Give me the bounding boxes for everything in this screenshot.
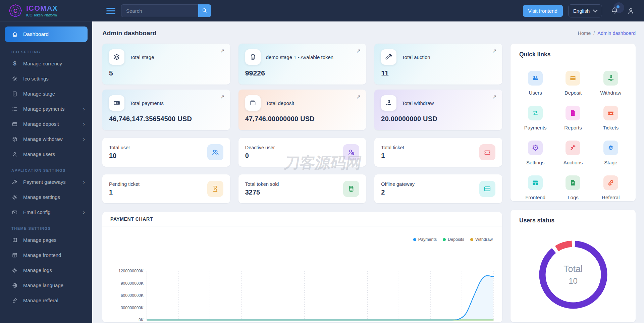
stat-label: Total token sold (245, 181, 279, 187)
stat-card-total-stage[interactable]: Total stage ↗ 5 (102, 44, 230, 85)
donut-total-value: 10 (569, 276, 578, 286)
document-icon (11, 91, 18, 97)
arrow-up-right-icon[interactable]: ↗ (492, 94, 497, 100)
sidebar-item-manage-deposit[interactable]: Manage deposit › (0, 116, 92, 131)
gear-icon: ⚙ (528, 141, 543, 155)
stat-card-total-auction[interactable]: Total auction ↗ 11 (374, 44, 502, 85)
visit-frontend-button[interactable]: Visit frontend (523, 5, 563, 17)
menu-toggle-icon[interactable] (106, 6, 115, 16)
dollar-icon: $ (11, 60, 18, 67)
layers-icon (109, 49, 124, 65)
stat-card-total-user[interactable]: Total user 10 (102, 138, 230, 167)
arrow-up-right-icon[interactable]: ↗ (220, 48, 224, 54)
chevron-right-icon: › (83, 106, 85, 112)
mail-icon (11, 209, 18, 216)
svg-text:1200000000K: 1200000000K (118, 269, 144, 273)
coins-icon (343, 181, 359, 197)
quick-link-reports[interactable]: Reports (554, 106, 592, 130)
sidebar-item-manage-stage[interactable]: Manage stage (0, 86, 92, 101)
wrench-icon (11, 179, 18, 185)
stat-label: demo stage 1 - Avaiable token (266, 54, 334, 60)
quick-link-withdraw[interactable]: Withdraw (592, 71, 630, 96)
stat-value: 20.00000000 USD (381, 115, 495, 123)
quick-link-deposit[interactable]: Deposit (554, 71, 592, 96)
legend-item-payments[interactable]: Payments (413, 237, 437, 242)
legend-item-deposits[interactable]: Deposits (443, 237, 464, 242)
stat-card-total-token-sold[interactable]: Total token sold 3275 (238, 174, 366, 203)
sidebar-item-payment-gateways[interactable]: Payment gateways › (0, 174, 92, 190)
sidebar-item-manage-frontend[interactable]: Manage frontend (0, 248, 92, 263)
profile-button[interactable] (627, 7, 635, 15)
sidebar-item-manage-settings[interactable]: Manage settings (0, 190, 92, 205)
svg-text:C: C (13, 8, 17, 14)
breadcrumb-home[interactable]: Home (578, 31, 591, 36)
quick-link-stage[interactable]: Stage (592, 141, 630, 165)
stat-card-offline-gateway[interactable]: Offline gateway 2 (374, 174, 502, 203)
quick-links-panel: Quick links Users (511, 44, 636, 201)
stat-card-deactive-user[interactable]: Deactive user 0 (238, 138, 366, 167)
quick-link-referral[interactable]: Referral (592, 175, 630, 200)
language-value: English (573, 8, 590, 14)
stat-label: Total auction (402, 54, 430, 60)
sidebar-item-manage-refferal[interactable]: Manage refferal (0, 293, 92, 308)
quick-link-settings[interactable]: ⚙ Settings (517, 141, 554, 165)
user-icon (11, 151, 18, 158)
quick-link-users[interactable]: Users (517, 71, 554, 96)
quick-link-tickets[interactable]: Tickets (592, 106, 630, 130)
stat-label: Deactive user (245, 145, 275, 150)
transfer-arrows-icon (528, 106, 543, 120)
legend-item-withdraw[interactable]: Withdraw (470, 237, 493, 242)
quick-link-payments[interactable]: Payments (517, 106, 554, 130)
sidebar-item-label: Manage language (23, 282, 63, 288)
sidebar-item-manage-withdraw[interactable]: Manage withdraw › (0, 131, 92, 147)
gavel-icon (381, 49, 396, 65)
arrow-up-right-icon[interactable]: ↗ (220, 94, 224, 100)
stat-card-total-payments[interactable]: Total payments ↗ 46,746,147.35654500 USD (102, 90, 230, 130)
sidebar-item-dashboard[interactable]: Dashboard (5, 26, 88, 42)
stat-card-total-withdraw[interactable]: Total withdraw ↗ 20.00000000 USD (374, 90, 502, 130)
notifications-button[interactable] (611, 5, 622, 16)
stat-label: Total withdraw (402, 100, 434, 106)
stat-card-available-token[interactable]: demo stage 1 - Avaiable token ↗ 99226 (238, 44, 366, 85)
language-select[interactable]: English (568, 4, 602, 17)
layers-icon (603, 141, 618, 155)
quick-links-title: Quick links (511, 44, 636, 58)
sidebar-item-label: Ico settings (23, 76, 49, 82)
stat-card-total-deposit[interactable]: Total deposit ↗ 47,746.00000000 USD (238, 90, 366, 130)
brand[interactable]: C ICOMAX ICO Token Platform (0, 0, 92, 22)
sidebar-section-ico-setting: ICO SETTING (0, 43, 92, 56)
chart-legend: Payments Deposits Withdraw (413, 237, 493, 242)
stat-card-total-ticket[interactable]: Total ticket 1 (374, 138, 502, 167)
arrow-up-right-icon[interactable]: ↗ (492, 48, 497, 54)
stat-label: Pending ticket (109, 181, 140, 187)
sidebar-item-manage-payments[interactable]: Manage payments › (0, 101, 92, 116)
quick-link-logs[interactable]: Logs (554, 175, 592, 200)
ticket-icon (479, 144, 495, 160)
payment-chart-title: PAYMENT CHART (102, 212, 502, 226)
sidebar-item-label: Manage pages (23, 237, 56, 243)
stat-card-pending-ticket[interactable]: Pending ticket 1 (102, 174, 230, 203)
search-button[interactable] (198, 4, 211, 17)
arrow-up-right-icon[interactable]: ↗ (356, 94, 361, 100)
sidebar-item-manage-currency[interactable]: $ Manage currency (0, 56, 92, 71)
hand-dollar-icon (381, 95, 396, 111)
sidebar-item-ico-settings[interactable]: Ico settings (0, 71, 92, 86)
sidebar-item-manage-language[interactable]: Manage language (0, 278, 92, 293)
report-file-icon (566, 106, 580, 120)
arrow-up-right-icon[interactable]: ↗ (356, 48, 361, 54)
hand-dollar-icon (603, 71, 618, 86)
sidebar-item-label: Manage withdraw (23, 136, 63, 142)
ticket-icon (603, 106, 618, 120)
sidebar-item-manage-logs[interactable]: Manage logs (0, 263, 92, 278)
quick-link-auctions[interactable]: Auctions (554, 141, 592, 165)
search-input[interactable] (121, 4, 198, 17)
stat-label: Total deposit (266, 100, 294, 106)
sidebar-item-manage-users[interactable]: Manage users (0, 147, 92, 162)
sidebar-section-application-settings: APPLICATION SETTINGS (0, 162, 92, 174)
svg-text:900000000K: 900000000K (121, 281, 144, 286)
package-icon (11, 136, 18, 143)
sidebar-item-email-config[interactable]: Email config › (0, 205, 92, 220)
sidebar-item-manage-pages[interactable]: Manage pages (0, 232, 92, 248)
quick-link-frontend[interactable]: Frontend (517, 175, 554, 200)
stat-value: 1 (381, 152, 404, 160)
